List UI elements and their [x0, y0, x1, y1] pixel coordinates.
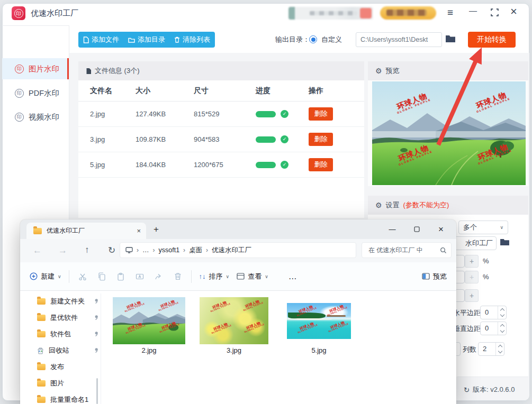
file-table-header: 文件信息 (3个) — [78, 61, 364, 80]
sidebar-item-folder[interactable]: 星优软件 — [33, 309, 95, 326]
sidebar-item-folder[interactable]: 图片 — [33, 375, 95, 391]
watermark-stamp: 环球人物GLOBAL PEOPLE — [209, 299, 231, 313]
h-margin-label: 水平边距 — [453, 308, 481, 318]
share-button[interactable] — [153, 272, 165, 281]
rename-button[interactable] — [134, 272, 146, 281]
sidebar-item-folder[interactable]: 发布 — [33, 359, 95, 375]
forward-icon[interactable]: → — [58, 246, 67, 255]
folder-icon — [33, 228, 42, 234]
increment-button[interactable]: + — [465, 289, 479, 302]
minimize-button[interactable]: — — [469, 6, 477, 14]
output-dir-label: 输出目录： — [275, 35, 310, 44]
multi-select[interactable]: 多个 ∨ — [458, 221, 508, 234]
sidebar-item-folder[interactable]: 新建文件夹 — [33, 293, 95, 309]
done-check-icon: ✓ — [281, 110, 288, 118]
spinner-buttons[interactable] — [498, 306, 506, 319]
refresh-icon[interactable]: ↻ — [464, 386, 470, 394]
done-check-icon: ✓ — [281, 135, 288, 143]
custom-output-radio[interactable] — [309, 35, 317, 43]
add-file-button[interactable]: 添加文件 — [78, 32, 124, 48]
custom-output-label: 自定义 — [321, 35, 342, 44]
table-column-header: 文件名 大小 尺寸 进度 操作 — [78, 80, 364, 102]
done-check-icon: ✓ — [281, 161, 288, 169]
percent-label: % — [483, 273, 489, 281]
trash-icon — [174, 272, 182, 280]
add-directory-button[interactable]: 添加目录 — [124, 32, 169, 48]
clipboard-icon — [116, 272, 125, 281]
progress-bar — [256, 136, 276, 143]
folder-icon — [37, 397, 46, 403]
explorer-maximize-button[interactable] — [404, 226, 429, 232]
chevron-down-icon: ∨ — [265, 274, 268, 279]
menu-icon[interactable]: ≡ — [447, 7, 453, 17]
file-name-label[interactable]: 5.jpg — [287, 346, 351, 354]
table-row: 5.jpg 184.04KB 1200*675 ✓ 删除 — [78, 152, 364, 178]
spinner-buttons[interactable] — [498, 322, 506, 335]
breadcrumb-item[interactable]: yssoft1 — [159, 246, 180, 254]
delete-file-button[interactable] — [172, 272, 184, 280]
copy-icon — [97, 272, 106, 281]
folder-icon — [37, 364, 46, 370]
clear-list-button[interactable]: 清除列表 — [169, 32, 215, 48]
increment-button[interactable]: + — [465, 255, 479, 268]
preview-toggle-button[interactable]: 预览 — [422, 272, 447, 281]
sidebar-item-folder[interactable]: 批量重命名1 — [33, 391, 95, 404]
new-button[interactable]: 新建 ∨ — [30, 272, 61, 281]
refresh-icon[interactable]: ↻ — [108, 246, 115, 255]
watermark-browse-button[interactable] — [500, 238, 510, 246]
delete-button[interactable]: 删除 — [309, 158, 333, 171]
sort-button[interactable]: ↑↓ 排序 ∨ — [199, 272, 230, 281]
folder-icon — [37, 298, 46, 305]
breadcrumb-overflow[interactable]: … — [142, 246, 149, 254]
file-thumbnail[interactable]: 环球人物GLOBAL PEOPLE 环球人物GLOBAL PEOPLE 环球人物… — [200, 297, 268, 344]
file-name-label[interactable]: 3.jpg — [200, 346, 268, 354]
maximize-icon — [414, 226, 420, 232]
file-name-label[interactable]: 2.jpg — [113, 346, 185, 354]
nav-image-watermark[interactable]: 印 图片水印 — [2, 58, 69, 79]
view-button[interactable]: 查看 ∨ — [237, 272, 268, 281]
explorer-minimize-button[interactable]: — — [380, 225, 404, 233]
gear-icon: ⚙ — [375, 201, 382, 209]
settings-header: ⚙ 设置 (参数不能为空) — [368, 196, 528, 215]
delete-button[interactable]: 删除 — [309, 133, 333, 146]
explorer-tab[interactable]: 优速水印工厂 × — [26, 223, 146, 239]
recycle-bin-icon — [37, 347, 44, 354]
progress-bar — [256, 162, 276, 168]
tab-close-icon[interactable]: × — [137, 227, 141, 235]
breadcrumb-item[interactable]: 桌面 — [189, 246, 202, 255]
increment-button[interactable]: + — [465, 271, 479, 283]
cut-button[interactable] — [77, 272, 88, 281]
more-options-button[interactable]: … — [288, 272, 297, 281]
sidebar-item-recycle-bin[interactable]: 回收站 — [33, 342, 95, 359]
nav-pdf-watermark[interactable]: 印 PDF水印 — [2, 82, 69, 104]
watermark-stamp: 环球人物GLOBAL PEOPLE — [242, 320, 265, 333]
close-button[interactable]: × — [510, 6, 517, 17]
stamp-icon: 印 — [15, 65, 24, 74]
pin-icon — [93, 347, 98, 353]
maximize-button[interactable] — [491, 8, 499, 16]
back-icon[interactable]: ← — [33, 246, 42, 255]
app-window-title: 优速水印工厂 — [31, 8, 78, 19]
file-thumbnail[interactable]: 环球人物GLOBAL PEOPLE 环球人物GLOBAL PEOPLE 环球人物… — [113, 297, 185, 344]
columns-spinner[interactable]: 2 — [478, 342, 504, 356]
breadcrumb-item[interactable]: 优速水印工厂 — [212, 246, 251, 255]
explorer-search-box[interactable]: 在 优速水印工厂 中 — [362, 242, 452, 258]
nav-video-watermark[interactable]: 印 视频水印 — [2, 106, 69, 127]
spinner-buttons[interactable] — [495, 343, 504, 355]
plus-circle-icon — [30, 272, 38, 280]
folder-icon — [500, 238, 510, 246]
sidebar-item-folder[interactable]: 软件包 — [33, 326, 95, 342]
app-logo-icon: 印 — [12, 6, 25, 20]
copy-button[interactable] — [96, 272, 107, 281]
explorer-close-button[interactable]: × — [429, 224, 453, 235]
up-icon[interactable]: ↑ — [85, 245, 89, 254]
address-bar[interactable]: › … › yssoft1 › 桌面 › 优速水印工厂 — [120, 242, 356, 258]
h-margin-spinner[interactable]: 0 — [480, 306, 507, 319]
new-tab-button[interactable]: + — [154, 224, 159, 235]
file-thumbnail[interactable]: 环球人物GLOBAL PEOPLE 环球人物GLOBAL PEOPLE 环球人物… — [287, 303, 351, 339]
paste-button[interactable] — [115, 272, 127, 281]
v-margin-spinner[interactable]: 0 — [480, 322, 507, 335]
sidebar-scrollbar[interactable] — [96, 378, 98, 404]
delete-button[interactable]: 删除 — [309, 107, 333, 121]
table-row: 2.jpg 127.49KB 815*529 ✓ 删除 — [78, 102, 364, 127]
